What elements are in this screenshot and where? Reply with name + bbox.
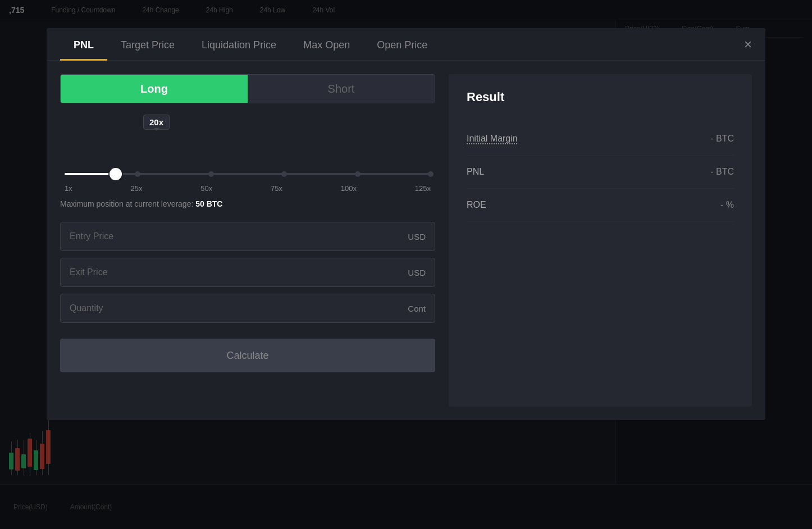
quantity-input[interactable] <box>70 303 403 313</box>
label-125x: 125x <box>415 184 431 193</box>
max-position-value: 50 BTC <box>195 199 222 208</box>
label-75x: 75x <box>271 184 282 193</box>
slider-dot-25x <box>135 171 140 177</box>
long-button[interactable]: Long <box>61 75 248 103</box>
entry-price-input[interactable] <box>70 231 403 241</box>
long-short-toggle: Long Short <box>60 74 435 103</box>
roe-label: ROE <box>467 200 486 210</box>
calculator-modal: PNL Target Price Liquidation Price Max O… <box>47 28 765 420</box>
slider-dot-50x <box>208 171 214 177</box>
left-panel: Long Short 20x <box>60 74 435 407</box>
tab-max-open[interactable]: Max Open <box>290 28 363 60</box>
slider-labels: 1x 25x 50x 75x 100x 125x <box>65 184 431 193</box>
result-row-roe: ROE - % <box>467 189 734 222</box>
roe-value: - % <box>720 200 734 210</box>
tab-liquidation-price[interactable]: Liquidation Price <box>188 28 290 60</box>
short-button[interactable]: Short <box>248 75 435 103</box>
tab-pnl[interactable]: PNL <box>60 28 107 60</box>
slider-track <box>65 173 431 175</box>
label-1x: 1x <box>65 184 72 193</box>
modal-close-button[interactable]: × <box>744 38 752 51</box>
slider-dot-75x <box>281 171 287 177</box>
leverage-slider-wrapper: 1x 25x 50x 75x 100x 125x <box>60 164 435 193</box>
exit-price-input[interactable] <box>70 267 403 277</box>
max-position-text: Maximum position at current leverage: 50… <box>60 199 435 208</box>
tab-bar: PNL Target Price Liquidation Price Max O… <box>47 28 765 61</box>
pnl-value: - BTC <box>710 167 734 177</box>
label-100x: 100x <box>341 184 357 193</box>
slider-dot-125x <box>428 171 434 177</box>
leverage-area: 20x 1x 25x <box>60 115 435 208</box>
tab-target-price[interactable]: Target Price <box>107 28 188 60</box>
initial-margin-label: Initial Margin <box>467 134 518 144</box>
label-50x: 50x <box>200 184 212 193</box>
entry-price-unit: USD <box>408 232 426 241</box>
slider-fill <box>65 173 116 175</box>
result-title: Result <box>467 90 734 104</box>
result-row-initial-margin: Initial Margin - BTC <box>467 122 734 156</box>
initial-margin-value: - BTC <box>710 134 734 144</box>
tab-open-price[interactable]: Open Price <box>363 28 441 60</box>
calculate-button[interactable]: Calculate <box>60 339 435 372</box>
pnl-label: PNL <box>467 167 484 177</box>
entry-price-field: USD <box>60 222 435 251</box>
quantity-field: Cont <box>60 294 435 323</box>
label-25x: 25x <box>131 184 143 193</box>
quantity-unit: Cont <box>408 304 426 313</box>
modal-body: Long Short 20x <box>47 61 765 420</box>
slider-dot-100x <box>355 171 361 177</box>
result-rows: Initial Margin - BTC PNL - BTC ROE - % <box>467 122 734 222</box>
leverage-tooltip: 20x <box>143 115 170 130</box>
exit-price-field: USD <box>60 258 435 287</box>
result-panel: Result Initial Margin - BTC PNL - BTC RO… <box>449 74 752 407</box>
slider-thumb[interactable] <box>110 168 122 180</box>
input-group: USD USD Cont <box>60 222 435 323</box>
exit-price-unit: USD <box>408 268 426 277</box>
result-row-pnl: PNL - BTC <box>467 156 734 189</box>
